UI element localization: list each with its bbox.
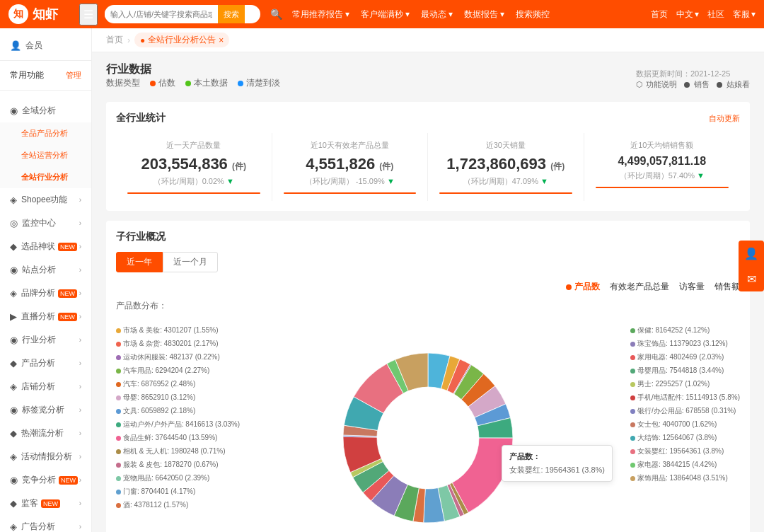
chart-control-revenue[interactable]: 销售额: [714, 281, 740, 293]
data-type-local[interactable]: 本土数据: [185, 77, 228, 89]
sidebar-divider-2: [0, 90, 91, 91]
sidebar-item-shopee[interactable]: ◈ Shopee功能 ›: [0, 188, 91, 212]
data-type-estimate[interactable]: 估数: [150, 77, 175, 89]
nav-home[interactable]: 首页: [651, 8, 668, 21]
nav-link-2[interactable]: 客户端满秒 ▾: [361, 8, 410, 21]
stat-change-4: （环比/周期）57.40% ▼: [596, 170, 729, 181]
sidebar-item-industry[interactable]: ◉ 行业分析 ›: [0, 328, 91, 352]
legend-dot-bag: [630, 422, 635, 427]
legend-dot-8: [116, 422, 121, 427]
product-icon: ◆: [10, 358, 17, 369]
industry-label: 行业分析: [22, 334, 56, 346]
sidebar-item-site-analysis[interactable]: 全站运营分析: [0, 144, 91, 166]
legend-dot-office: [630, 409, 635, 414]
sidebar-item-competition[interactable]: ◉ 竞争分析 NEW ›: [0, 468, 91, 492]
stat-value-3: 1,723,860,693 (件): [439, 155, 572, 173]
sidebar-item-ad[interactable]: ◈ 广告分析 ›: [0, 515, 91, 532]
manage-link[interactable]: 管理: [66, 70, 81, 81]
sidebar-item-product[interactable]: ◆ 产品分析 ›: [0, 352, 91, 375]
sidebar-item-store[interactable]: ◈ 店铺分析 ›: [0, 375, 91, 398]
nav-lang[interactable]: 中文 ▾: [676, 8, 699, 21]
nav-link-1[interactable]: 常用推荐报告 ▾: [292, 8, 349, 21]
sidebar-item-all-analysis[interactable]: ◉ 全域分析: [0, 99, 91, 122]
sub-industry-header: 子行业概况: [116, 231, 740, 243]
sidebar-item-live[interactable]: ▶ 直播分析 NEW ›: [0, 305, 91, 328]
nav-link-4[interactable]: 数据报告 ▾: [464, 8, 504, 21]
hamburger-button[interactable]: ☰: [79, 4, 98, 25]
effective-label: 有效老产品总量: [610, 281, 669, 293]
breadcrumb-home[interactable]: 首页: [106, 34, 123, 46]
industry-arrow: ›: [79, 336, 81, 344]
stat-card-2: 近10天有效老产品总量 4,551,826 (件) （环比/周期） -15.09…: [272, 133, 429, 201]
product-analysis-label: 全品产品分析: [21, 128, 68, 139]
nav-community[interactable]: 社区: [707, 8, 724, 21]
trend-label: 热潮流分析: [21, 427, 64, 439]
sidebar-item-trend[interactable]: ◆ 热潮流分析 ›: [0, 422, 91, 445]
chart-control-effective[interactable]: 有效老产品总量: [610, 281, 669, 293]
legend-item-door: 门窗: 8704401 (4.17%): [116, 486, 240, 497]
nav-link-5[interactable]: 搜索频控: [516, 8, 550, 21]
auto-refresh-btn[interactable]: 自动更新: [709, 113, 740, 124]
float-btn-message[interactable]: ✉: [739, 266, 764, 291]
stat-card-1: 近一天产品数量 203,554,836 (件) （环比/周期）0.02% ▼: [116, 133, 272, 201]
search-button[interactable]: 搜索: [218, 5, 245, 23]
legend-right-decor: 家饰用品: 13864048 (3.51%): [630, 473, 740, 484]
func-explain-label: 功能说明: [646, 79, 677, 90]
breadcrumb-current[interactable]: ● 全站行业分析公告 ×: [134, 33, 229, 47]
industry-icon: ◉: [10, 335, 18, 345]
trend-line-3: [439, 192, 572, 194]
data-type-clear[interactable]: 清楚到淡: [238, 77, 280, 89]
donut-chart-container: 市场 & 美妆: 4301207 (1.55%) 市场 & 杂货: 483020…: [116, 318, 740, 532]
float-widget: 👤 ✉: [739, 241, 764, 291]
monitor-label: 监控中心: [22, 217, 56, 229]
search-icon-button[interactable]: 🔍: [267, 8, 285, 20]
sidebar-item-activity[interactable]: ◈ 活动情报分析 ›: [0, 445, 91, 468]
breadcrumb-close[interactable]: ×: [219, 35, 224, 45]
legend-right-homeapp: 家电器: 3844215 (4.42%): [630, 459, 740, 470]
legend-item-4: 汽车用品: 6294204 (2.27%): [116, 365, 240, 376]
nav-link-3[interactable]: 最动态 ▾: [421, 8, 453, 21]
legend-item-6: 母婴: 8652910 (3.12%): [116, 392, 240, 403]
site-arrow: ›: [79, 266, 81, 274]
sidebar-item-brand[interactable]: ◈ 品牌分析 NEW ›: [0, 282, 91, 305]
sidebar-divider-1: [0, 60, 91, 61]
stat-label-4: 近10天均销销售额: [596, 140, 729, 151]
nav-support[interactable]: 客服 ▾: [733, 8, 756, 21]
breadcrumb-dot: ●: [140, 35, 145, 45]
sidebar-item-product-analysis[interactable]: 全品产品分析: [0, 122, 91, 144]
chart-control-products[interactable]: 产品数: [566, 281, 600, 293]
estimate-dot: [150, 81, 156, 86]
func-explain[interactable]: ⬡ 功能说明: [636, 79, 677, 90]
sidebar-item-tag[interactable]: ◉ 标签览分析 ›: [0, 398, 91, 422]
legend-dot-4: [116, 369, 121, 374]
sidebar-item-select-product[interactable]: ◆ 选品神状 NEW ›: [0, 235, 91, 258]
profile-icon: 👤: [744, 247, 758, 260]
live-label: 直播分析: [21, 311, 55, 323]
stats-title: 全行业统计: [116, 112, 166, 125]
func-sales[interactable]: 销售: [684, 79, 710, 90]
sidebar-item-monitor[interactable]: ◎ 监控中心 ›: [0, 212, 91, 235]
time-tab-year[interactable]: 近一年: [116, 252, 163, 272]
func-sales-dot: [684, 82, 690, 88]
func-verify[interactable]: 姑娘看: [717, 79, 750, 90]
all-industry-stats: 全行业统计 自动更新 近一天产品数量 203,554,836 (件) （环比/周…: [106, 102, 750, 211]
sidebar-item-industry-analysis[interactable]: 全站行业分析: [0, 166, 91, 188]
activity-label: 活动情报分析: [21, 451, 72, 463]
time-tab-month[interactable]: 近一个月: [163, 252, 218, 272]
product-label: 产品分析: [21, 357, 55, 369]
activity-arrow: ›: [79, 453, 81, 461]
sidebar-item-guest[interactable]: ◆ 监客 NEW ›: [0, 492, 91, 515]
chart-control-visitors[interactable]: 访客量: [679, 281, 705, 293]
account-icon: 👤: [10, 40, 21, 51]
legend-item-8: 运动户外/户外产品: 8416613 (3.03%): [116, 419, 240, 430]
sidebar-item-account[interactable]: 👤 会员: [0, 34, 91, 57]
legend-right-jewelry: 珠宝饰品: 11379023 (3.12%): [630, 338, 740, 349]
float-btn-profile[interactable]: 👤: [739, 241, 764, 266]
legend-item-3: 运动休闲服装: 482137 (0.22%): [116, 352, 240, 363]
sidebar-item-site[interactable]: ◉ 站点分析 ›: [0, 258, 91, 282]
activity-icon: ◈: [10, 451, 17, 462]
search-input[interactable]: [105, 10, 218, 18]
brand-label: 品牌分析: [21, 287, 55, 299]
legend-dot-7: [116, 409, 121, 414]
guest-icon: ◆: [10, 498, 17, 509]
